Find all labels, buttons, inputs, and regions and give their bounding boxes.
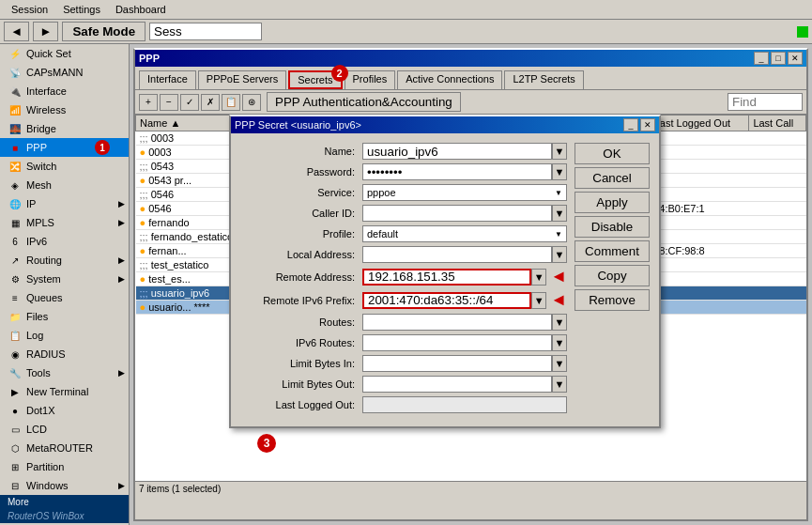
enable-button[interactable]: ✓ xyxy=(180,94,199,111)
callerid-input[interactable] xyxy=(362,205,552,222)
tab-secrets[interactable]: Secrets 2 xyxy=(288,70,342,89)
sidebar-item-switch[interactable]: 🔀 Switch xyxy=(0,157,129,176)
sidebar-item-tools[interactable]: 🔧 Tools ▶ xyxy=(0,363,129,382)
menu-session[interactable]: Session xyxy=(4,2,55,17)
ppp-auth-button[interactable]: PPP Authentication&Accounting xyxy=(267,92,461,112)
tab-profiles[interactable]: Profiles xyxy=(345,70,396,89)
sidebar-item-ipv6[interactable]: 6 IPv6 xyxy=(0,232,129,251)
sidebar-item-new-terminal[interactable]: ▶ New Terminal xyxy=(0,382,129,401)
copy-button[interactable]: Copy xyxy=(575,265,650,286)
remote-address-scroll[interactable]: ▼ xyxy=(531,269,546,286)
remote-ipv6-input[interactable]: 2001:470:da63:35::/64 xyxy=(362,292,531,309)
sidebar-item-ip[interactable]: 🌐 IP ▶ xyxy=(0,194,129,213)
remove-button[interactable]: − xyxy=(160,94,178,111)
sidebar-item-routing[interactable]: ↗ Routing ▶ xyxy=(0,251,129,270)
remote-address-row: Remote Address: 192.168.151.35 ▼ ◄ xyxy=(240,267,567,286)
find-input[interactable] xyxy=(728,93,803,111)
list-toolbar: + − ✓ ✗ 📋 ⊛ PPP Authentication&Accountin… xyxy=(135,90,806,115)
tab-interface[interactable]: Interface xyxy=(139,70,196,89)
window-controls: _ □ ✕ xyxy=(754,52,803,65)
menu-settings[interactable]: Settings xyxy=(55,2,108,17)
sidebar-item-partition[interactable]: ⊞ Partition xyxy=(0,457,129,476)
dialog-controls: _ ✕ xyxy=(623,118,655,131)
sidebar-item-interfaces[interactable]: 🔌 Interface xyxy=(0,82,129,100)
sidebar-item-radius[interactable]: ◉ RADIUS xyxy=(0,345,129,363)
service-row: Service: pppoe ▼ xyxy=(240,184,567,201)
copy-list-button[interactable]: 📋 xyxy=(222,94,240,111)
local-address-input[interactable] xyxy=(362,246,552,263)
name-input[interactable]: usuario_ipv6 xyxy=(362,143,552,160)
password-input[interactable] xyxy=(362,163,552,180)
limit-bytes-out-row: Limit Bytes Out: ▼ xyxy=(240,376,567,393)
sidebar-brand: RouterOS WinBox xyxy=(0,509,129,523)
sidebar-item-mpls[interactable]: ▦ MPLS ▶ xyxy=(0,213,129,232)
service-select[interactable]: pppoe ▼ xyxy=(362,184,567,201)
session-input[interactable] xyxy=(149,23,262,40)
close-button[interactable]: ✕ xyxy=(788,52,803,65)
maximize-button[interactable]: □ xyxy=(771,52,786,65)
sidebar-item-windows[interactable]: ⊟ Windows ▶ xyxy=(0,476,129,495)
sidebar-item-ppp[interactable]: ■ PPP 1 xyxy=(0,138,129,157)
limit-bytes-out-scroll[interactable]: ▼ xyxy=(552,376,567,393)
routes-scroll[interactable]: ▼ xyxy=(552,314,567,331)
remote-address-input[interactable]: 192.168.151.35 xyxy=(362,269,531,286)
tab-active-connections[interactable]: Active Connections xyxy=(397,70,502,89)
sidebar-item-mesh[interactable]: ◈ Mesh xyxy=(0,176,129,194)
filter-button[interactable]: ⊛ xyxy=(242,94,261,111)
menu-dashboard[interactable]: Dashboard xyxy=(108,2,174,17)
last-logged-out-input xyxy=(362,396,567,413)
password-label: Password: xyxy=(240,166,362,178)
sidebar-item-log[interactable]: 📋 Log xyxy=(0,326,129,345)
nav-forward-button[interactable]: ► xyxy=(33,22,58,41)
routing-arrow: ▶ xyxy=(118,255,125,265)
ok-button[interactable]: OK xyxy=(575,143,650,164)
tools-icon: 🔧 xyxy=(8,365,23,380)
ip-arrow: ▶ xyxy=(118,199,125,208)
sidebar-item-dot1x[interactable]: ● Dot1X xyxy=(0,401,129,420)
quickset-icon: ⚡ xyxy=(8,46,23,61)
local-address-label: Local Address: xyxy=(240,249,362,260)
password-scroll[interactable]: ▼ xyxy=(552,163,567,180)
limit-bytes-in-scroll[interactable]: ▼ xyxy=(552,355,567,372)
sidebar-item-wireless[interactable]: 📶 Wireless xyxy=(0,100,129,119)
nav-back-button[interactable]: ◄ xyxy=(4,22,29,41)
lcd-icon: ▭ xyxy=(8,422,23,437)
sidebar-item-capsman[interactable]: 📡 CAPsMANN xyxy=(0,63,129,82)
limit-bytes-out-input[interactable] xyxy=(362,376,552,393)
cancel-button[interactable]: Cancel xyxy=(575,167,650,189)
dialog-minimize[interactable]: _ xyxy=(623,118,638,131)
col-lastlogged[interactable]: Last Logged Out xyxy=(650,116,749,131)
callerid-scroll[interactable]: ▼ xyxy=(552,205,567,222)
profile-select[interactable]: default ▼ xyxy=(362,225,567,242)
ppp-secret-dialog: PPP Secret <usuario_ipv6> _ ✕ Name: xyxy=(229,115,661,428)
sidebar-item-quickset[interactable]: ⚡ Quick Set xyxy=(0,44,129,63)
disable-button[interactable]: Disable xyxy=(575,216,650,238)
sidebar-item-system[interactable]: ⚙ System ▶ xyxy=(0,270,129,288)
sidebar-item-metarouter[interactable]: ⬡ MetaROUTER xyxy=(0,439,129,457)
sidebar-item-bridge[interactable]: 🌉 Bridge xyxy=(0,119,129,138)
disable-button[interactable]: ✗ xyxy=(201,94,220,111)
sidebar-item-queues[interactable]: ≡ Queues xyxy=(0,288,129,307)
apply-button[interactable]: Apply xyxy=(575,192,650,213)
add-button[interactable]: + xyxy=(139,94,158,111)
col-lastcall[interactable]: Last Call xyxy=(749,116,806,131)
local-address-scroll[interactable]: ▼ xyxy=(552,246,567,263)
name-scroll[interactable]: ▼ xyxy=(552,143,567,160)
ipv6-routes-input[interactable] xyxy=(362,334,552,351)
remote-ipv6-scroll[interactable]: ▼ xyxy=(531,292,546,309)
limit-bytes-in-input[interactable] xyxy=(362,355,552,372)
sidebar-item-files[interactable]: 📁 Files xyxy=(0,307,129,326)
comment-button[interactable]: Comment xyxy=(575,240,650,262)
routes-input[interactable] xyxy=(362,314,552,331)
minimize-button[interactable]: _ xyxy=(754,52,769,65)
sidebar-item-lcd[interactable]: ▭ LCD xyxy=(0,420,129,439)
remove-dialog-button[interactable]: Remove xyxy=(575,289,650,311)
ipv6-routes-scroll[interactable]: ▼ xyxy=(552,334,567,351)
dialog-close[interactable]: ✕ xyxy=(640,118,655,131)
tab-pppoe-servers[interactable]: PPPoE Servers xyxy=(198,70,286,89)
sidebar-more[interactable]: More xyxy=(0,495,129,509)
remote-ipv6-label: Remote IPv6 Prefix: xyxy=(240,295,362,306)
tab-l2tp-secrets[interactable]: L2TP Secrets xyxy=(504,70,583,89)
safe-mode-button[interactable]: Safe Mode xyxy=(62,22,146,41)
secrets-badge: 2 xyxy=(331,65,348,82)
